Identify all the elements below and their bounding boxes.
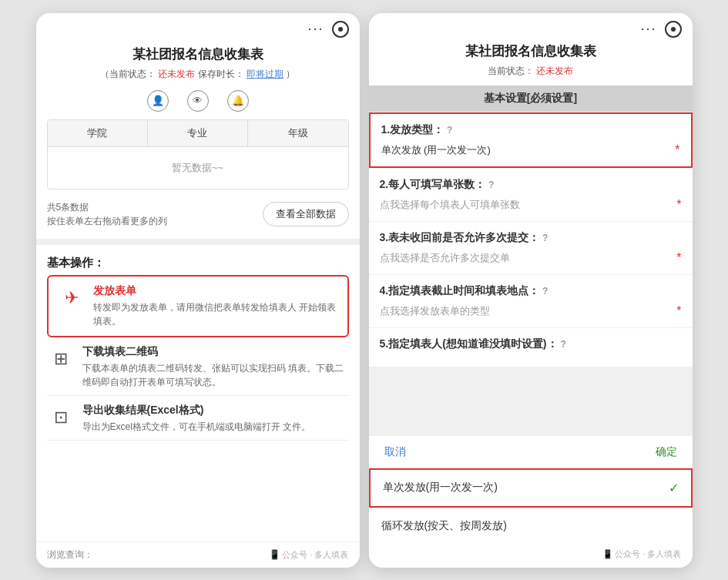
confirm-button[interactable]: 确定 bbox=[656, 445, 677, 459]
data-count: 共5条数据 bbox=[47, 200, 167, 214]
wechat-icon-right: 📱 bbox=[602, 549, 613, 559]
right-topbar: ··· bbox=[369, 13, 693, 42]
setting-5[interactable]: 5.指定填表人(想知道谁没填时设置)： ? bbox=[369, 328, 693, 367]
op-export-desc: 导出为Excel格式文件，可在手机端或电脑端打开 文件。 bbox=[82, 420, 311, 434]
send-icon: ✈ bbox=[58, 284, 86, 312]
left-save-status[interactable]: 即将过期 bbox=[247, 69, 283, 79]
eye-icon[interactable]: 👁 bbox=[187, 90, 209, 112]
setting-2-row: 点我选择每个填表人可填单张数 * bbox=[380, 198, 682, 212]
left-watermark: 📱 公众号 · 多人填表 bbox=[269, 549, 348, 561]
col-college: 学院 bbox=[48, 120, 148, 146]
bell-icon[interactable]: 🔔 bbox=[227, 90, 249, 112]
data-count-text: 共5条数据 按住表单左右拖动看更多的列 bbox=[47, 200, 167, 228]
cancel-button[interactable]: 取消 bbox=[384, 445, 406, 459]
data-hint: 按住表单左右拖动看更多的列 bbox=[47, 214, 167, 228]
browse-label: 浏览查询： bbox=[47, 548, 93, 562]
col-major: 专业 bbox=[148, 120, 248, 146]
setting-1-row: 单次发放 (用一次发一次) * bbox=[381, 143, 680, 157]
divider-1 bbox=[36, 239, 360, 245]
qrcode-icon: ⊞ bbox=[47, 345, 75, 373]
right-watermark: 📱 公众号 · 多人填表 bbox=[602, 548, 681, 560]
view-all-button[interactable]: 查看全部数据 bbox=[263, 202, 349, 226]
setting-4-required: * bbox=[676, 304, 681, 318]
right-inner: ··· 某社团报名信息收集表 当前状态： 还未发布 基本设置[必须设置] 1.发… bbox=[369, 13, 693, 568]
op-qrcode-desc: 下载本表单的填表二维码转发、张贴可以实现扫码 填表。下载二维码即自动打开表单可填… bbox=[82, 361, 349, 389]
right-dots-icon[interactable]: ··· bbox=[640, 21, 656, 37]
setting-3[interactable]: 3.表未收回前是否允许多次提交： ? 点我选择是否允许多次提交单 * bbox=[369, 222, 693, 274]
bottom-action-bar: 取消 确定 bbox=[369, 435, 693, 468]
op-qrcode[interactable]: ⊞ 下载填表二维码 下载本表单的填表二维码转发、张贴可以实现扫码 填表。下载二维… bbox=[47, 345, 349, 396]
left-dots-icon[interactable]: ··· bbox=[307, 21, 324, 37]
setting-2-value: 点我选择每个填表人可填单张数 bbox=[380, 198, 520, 212]
right-page-title: 某社团报名信息收集表 bbox=[369, 42, 693, 65]
right-status: 还未发布 bbox=[536, 65, 573, 76]
setting-1-value: 单次发放 (用一次发一次) bbox=[381, 143, 491, 157]
op-send-content: 发放表单 转发即为发放表单，请用微信把表单转发给填表人 开始领表填表。 bbox=[93, 284, 338, 328]
dropdown-options: 单次发放(用一次发一次) ✓ 循环发放(按天、按周发放) bbox=[369, 468, 693, 544]
table-header: 学院 专业 年级 bbox=[48, 120, 348, 147]
left-page-title: 某社团报名信息收集表 bbox=[36, 42, 360, 68]
dropdown-option-2[interactable]: 循环发放(按天、按周发放) bbox=[369, 508, 693, 544]
table-empty: 暂无数据~~ bbox=[48, 147, 348, 189]
setting-2-required: * bbox=[676, 198, 681, 212]
setting-3-row: 点我选择是否允许多次提交单 * bbox=[380, 251, 682, 265]
op-qrcode-content: 下载填表二维码 下载本表单的填表二维码转发、张贴可以实现扫码 填表。下载二维码即… bbox=[82, 345, 349, 389]
setting-4[interactable]: 4.指定填表截止时间和填表地点： ? 点我选择发放表单的类型 * bbox=[369, 275, 693, 327]
setting-1-required: * bbox=[675, 143, 679, 157]
setting-4-row: 点我选择发放表单的类型 * bbox=[380, 304, 682, 318]
setting-3-value: 点我选择是否允许多次提交单 bbox=[380, 251, 510, 265]
section-header: 基本设置[必须设置] bbox=[369, 85, 693, 112]
left-status: 还未发布 bbox=[158, 69, 195, 79]
setting-1[interactable]: 1.发放类型： ? 单次发放 (用一次发一次) * bbox=[369, 112, 693, 168]
setting-5-label: 5.指定填表人(想知道谁没填时设置)： ? bbox=[380, 337, 682, 351]
op-send-desc: 转发即为发放表单，请用微信把表单转发给填表人 开始领表填表。 bbox=[93, 300, 338, 328]
data-count-row: 共5条数据 按住表单左右拖动看更多的列 查看全部数据 bbox=[36, 193, 360, 236]
dropdown-option-1[interactable]: 单次发放(用一次发一次) ✓ bbox=[369, 468, 693, 508]
right-watermark-bar: 📱 公众号 · 多人填表 bbox=[369, 544, 693, 568]
settings-scroll[interactable]: 1.发放类型： ? 单次发放 (用一次发一次) * 2.每人可填写单张数： ? … bbox=[369, 112, 693, 435]
col-grade: 年级 bbox=[248, 120, 347, 146]
setting-3-label: 3.表未收回前是否允许多次提交： ? bbox=[380, 231, 682, 245]
op-send-form[interactable]: ✈ 发放表单 转发即为发放表单，请用微信把表单转发给填表人 开始领表填表。 bbox=[47, 275, 349, 337]
op-send-title: 发放表单 bbox=[93, 284, 338, 298]
right-subtitle: 当前状态： 还未发布 bbox=[369, 65, 693, 85]
op-qrcode-title: 下载填表二维码 bbox=[82, 345, 349, 359]
setting-4-label: 4.指定填表截止时间和填表地点： ? bbox=[380, 284, 682, 298]
setting-2[interactable]: 2.每人可填写单张数： ? 点我选择每个填表人可填单张数 * bbox=[369, 169, 693, 221]
left-subtitle: （当前状态： 还未发布 保存时长： 即将过期 ） bbox=[36, 68, 360, 87]
setting-2-label: 2.每人可填写单张数： ? bbox=[380, 178, 682, 192]
setting-4-value: 点我选择发放表单的类型 bbox=[380, 304, 490, 318]
right-phone: ··· 某社团报名信息收集表 当前状态： 还未发布 基本设置[必须设置] 1.发… bbox=[369, 13, 693, 568]
left-icons-row: 👤 👁 🔔 bbox=[36, 87, 360, 119]
setting-3-required: * bbox=[676, 251, 681, 265]
left-target-icon[interactable] bbox=[332, 21, 349, 38]
wechat-icon: 📱 bbox=[269, 549, 280, 560]
person-icon[interactable]: 👤 bbox=[147, 90, 169, 112]
ops-section-title: 基本操作： bbox=[36, 248, 360, 275]
data-table: 学院 专业 年级 暂无数据~~ bbox=[47, 119, 349, 189]
op-export[interactable]: ⊡ 导出收集结果(Excel格式) 导出为Excel格式文件，可在手机端或电脑端… bbox=[47, 404, 349, 441]
left-topbar: ··· bbox=[36, 13, 360, 42]
left-phone: ··· 某社团报名信息收集表 （当前状态： 还未发布 保存时长： 即将过期 ） … bbox=[36, 13, 360, 568]
left-bottom-bar: 浏览查询： 📱 公众号 · 多人填表 bbox=[36, 541, 360, 568]
checkmark-icon: ✓ bbox=[669, 481, 679, 495]
op-export-content: 导出收集结果(Excel格式) 导出为Excel格式文件，可在手机端或电脑端打开… bbox=[82, 404, 311, 434]
right-target-icon[interactable] bbox=[665, 21, 682, 38]
setting-1-label: 1.发放类型： ? bbox=[381, 123, 680, 137]
excel-icon: ⊡ bbox=[47, 404, 75, 431]
op-export-title: 导出收集结果(Excel格式) bbox=[82, 404, 311, 417]
